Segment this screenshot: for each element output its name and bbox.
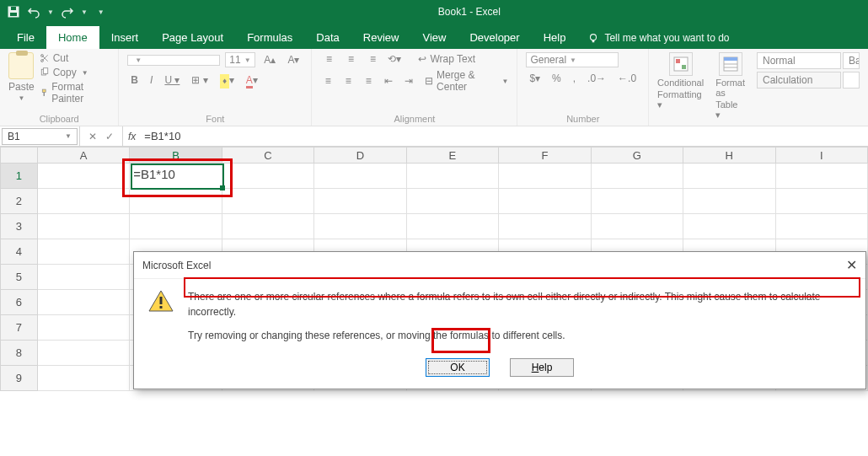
col-header-b[interactable]: B (130, 147, 222, 164)
cell[interactable] (38, 315, 130, 341)
cell-d1[interactable] (314, 164, 406, 189)
cell[interactable] (130, 189, 222, 214)
row-header-1[interactable]: 1 (0, 164, 38, 189)
cell[interactable] (38, 341, 130, 366)
cell[interactable] (683, 189, 775, 214)
cell[interactable] (222, 189, 314, 214)
qat-customize-icon[interactable]: ▼ (98, 8, 104, 16)
cell-h1[interactable] (683, 164, 775, 189)
bold-button[interactable]: B (127, 72, 142, 88)
tab-data[interactable]: Data (304, 26, 351, 49)
comma-button[interactable]: , (570, 71, 579, 86)
align-right-icon[interactable]: ≡ (361, 74, 376, 88)
help-button[interactable]: Help (510, 358, 574, 377)
font-name-combo[interactable]: ▼ (127, 55, 220, 66)
name-box[interactable]: B1▼ (2, 128, 78, 145)
underline-button[interactable]: U ▾ (161, 72, 183, 88)
cell[interactable] (38, 239, 130, 265)
increase-font-icon[interactable]: A▴ (260, 52, 279, 67)
cell-g1[interactable] (592, 164, 683, 189)
format-as-table-button[interactable]: Format as Table ▾ (715, 52, 745, 121)
border-button[interactable]: ⊞ ▾ (188, 72, 211, 88)
align-middle-icon[interactable]: ≡ (342, 52, 359, 66)
cell-style-calculation[interactable]: Calculation (757, 72, 841, 89)
undo-dropdown-icon[interactable]: ▼ (47, 8, 54, 16)
align-center-icon[interactable]: ≡ (340, 74, 356, 88)
cell-i1[interactable] (776, 164, 868, 189)
row-header-6[interactable]: 6 (0, 290, 38, 315)
number-format-combo[interactable]: General▼ (526, 52, 619, 67)
copy-button[interactable]: Copy▼ (40, 67, 110, 78)
decrease-font-icon[interactable]: A▾ (284, 52, 303, 67)
cell-e1[interactable] (407, 164, 499, 189)
formula-input[interactable]: =B1*10 (141, 130, 180, 142)
cell[interactable] (407, 189, 499, 214)
align-left-icon[interactable]: ≡ (320, 74, 335, 88)
cell[interactable] (776, 214, 868, 239)
percent-button[interactable]: % (549, 71, 565, 86)
cell[interactable] (499, 214, 591, 239)
tab-help[interactable]: Help (532, 26, 578, 49)
cell-style-more[interactable] (843, 72, 860, 89)
cell[interactable] (592, 189, 683, 214)
cell[interactable] (592, 214, 683, 239)
redo-dropdown-icon[interactable]: ▼ (81, 8, 88, 16)
tab-insert[interactable]: Insert (99, 26, 151, 49)
tab-file[interactable]: File (5, 26, 46, 49)
italic-button[interactable]: I (147, 72, 156, 88)
cell-c1[interactable] (222, 164, 314, 189)
undo-icon[interactable] (27, 5, 40, 19)
cell[interactable] (130, 214, 222, 239)
select-all-corner[interactable] (0, 147, 38, 164)
dec-decimal-icon[interactable]: ←.0 (614, 71, 640, 86)
align-top-icon[interactable]: ≡ (320, 52, 337, 66)
format-painter-button[interactable]: Format Painter (40, 81, 110, 105)
tell-me[interactable]: Tell me what you want to do (577, 27, 739, 49)
row-header-9[interactable]: 9 (0, 366, 38, 391)
paste-button[interactable]: Paste ▼ (8, 52, 35, 105)
fx-icon[interactable]: fx (123, 131, 141, 142)
merge-center-button[interactable]: ⊟Merge & Center▼ (425, 69, 508, 93)
col-header-h[interactable]: H (683, 147, 775, 164)
row-header-7[interactable]: 7 (0, 315, 38, 341)
close-icon[interactable]: ✕ (846, 257, 857, 273)
tab-page-layout[interactable]: Page Layout (150, 26, 235, 49)
paste-dropdown-icon[interactable]: ▼ (18, 94, 24, 102)
cell-b1[interactable]: =B1*10 (130, 164, 222, 189)
cut-button[interactable]: Cut (40, 52, 110, 64)
row-header-5[interactable]: 5 (0, 265, 38, 290)
cancel-formula-icon[interactable]: ✕ (88, 131, 97, 142)
row-header-3[interactable]: 3 (0, 214, 38, 239)
enter-formula-icon[interactable]: ✓ (105, 131, 114, 142)
tab-developer[interactable]: Developer (458, 26, 531, 49)
col-header-a[interactable]: A (38, 147, 130, 164)
orientation-icon[interactable]: ⟲▾ (386, 52, 403, 66)
cell[interactable] (222, 214, 314, 239)
cell[interactable] (407, 214, 499, 239)
save-icon[interactable] (7, 5, 20, 19)
indent-inc-icon[interactable]: ⇥ (401, 74, 416, 88)
cell[interactable] (38, 214, 130, 239)
tab-formulas[interactable]: Formulas (235, 26, 304, 49)
cell[interactable] (314, 189, 406, 214)
cell[interactable] (38, 189, 130, 214)
cell-style-bad[interactable]: Ba (843, 52, 860, 69)
col-header-e[interactable]: E (407, 147, 499, 164)
cell[interactable] (499, 189, 591, 214)
cell[interactable] (776, 189, 868, 214)
font-color-button[interactable]: A▾ (243, 72, 261, 88)
col-header-d[interactable]: D (314, 147, 406, 164)
ok-button[interactable]: OK (426, 358, 490, 377)
inc-decimal-icon[interactable]: .0→ (584, 71, 609, 86)
col-header-i[interactable]: I (776, 147, 868, 164)
font-size-combo[interactable]: 11▼ (225, 52, 255, 67)
fill-color-button[interactable]: ⬧▾ (217, 72, 238, 88)
cell[interactable] (38, 265, 130, 290)
row-header-8[interactable]: 8 (0, 341, 38, 366)
col-header-c[interactable]: C (222, 147, 314, 164)
align-bottom-icon[interactable]: ≡ (364, 52, 381, 66)
tab-home[interactable]: Home (46, 26, 99, 49)
tab-view[interactable]: View (410, 26, 458, 49)
conditional-formatting-button[interactable]: Conditional Formatting ▾ (657, 52, 704, 121)
col-header-f[interactable]: F (499, 147, 591, 164)
